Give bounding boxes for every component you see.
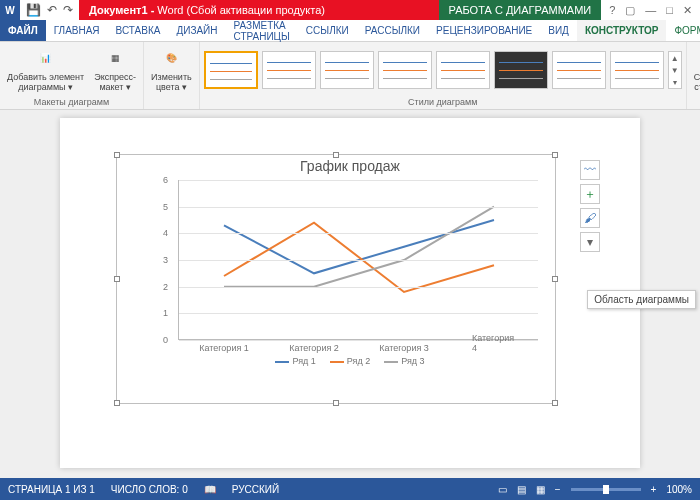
change-colors-button[interactable]: 🎨 Изменить цвета ▾ [148,45,195,95]
x-tick: Категория 1 [199,343,249,353]
chart-style-gallery: ▲▼▾ [204,44,682,96]
add-element-icon: 📊 [34,47,58,71]
y-tick: 4 [163,228,168,238]
ribbon-tabs: ФАЙЛ ГЛАВНАЯ ВСТАВКА ДИЗАЙН РАЗМЕТКА СТР… [0,20,700,42]
chart-filter-funnel-button[interactable]: ▾ [580,232,600,252]
tab-chart-format[interactable]: ФОРМАТ [666,20,700,41]
legend-item[interactable]: Ряд 3 [384,356,424,366]
doc-name: Документ1 - [89,4,154,16]
tab-design[interactable]: ДИЗАЙН [168,20,225,41]
chart-style-thumb[interactable] [320,51,374,89]
tooltip-chart-area: Область диаграммы [587,290,696,309]
group-data: ⇄ Строка столбе [687,42,700,109]
minimize-icon[interactable]: — [645,4,656,16]
chart-style-thumb[interactable] [262,51,316,89]
style-gallery-more[interactable]: ▲▼▾ [668,51,682,89]
tab-file[interactable]: ФАЙЛ [0,20,46,41]
undo-icon[interactable]: ↶ [47,3,57,17]
tab-view[interactable]: ВИД [540,20,577,41]
group-label-layouts: Макеты диаграмм [4,96,139,107]
close-icon[interactable]: ✕ [683,4,692,17]
chart-style-thumb[interactable] [378,51,432,89]
activation-warning: (Сбой активации продукта) [187,4,325,16]
chart-filters-button[interactable]: 🖌 [580,208,600,228]
palette-icon: 🎨 [159,47,183,71]
tab-references[interactable]: ССЫЛКИ [298,20,357,41]
document-page[interactable]: График продаж 0123456Категория 1Категори… [60,118,640,468]
zoom-level[interactable]: 100% [666,484,692,495]
switch-row-column-button[interactable]: ⇄ Строка столбе [691,45,700,95]
add-chart-element-button[interactable]: 📊 Добавить элемент диаграммы ▾ [4,45,87,95]
y-tick: 5 [163,202,168,212]
titlebar: W 💾 ↶ ↷ Документ1 - Word (Сбой активации… [0,0,700,20]
tab-review[interactable]: РЕЦЕНЗИРОВАНИЕ [428,20,540,41]
y-tick: 0 [163,335,168,345]
chart-style-thumb[interactable] [494,51,548,89]
group-chart-styles: ▲▼▾ Стили диаграмм [200,42,687,109]
maximize-icon[interactable]: □ [666,4,673,16]
status-word-count[interactable]: ЧИСЛО СЛОВ: 0 [111,484,188,495]
legend-item[interactable]: Ряд 2 [330,356,370,366]
series-line[interactable] [224,220,494,273]
status-proofing-icon[interactable]: 📖 [204,484,216,495]
quick-layout-icon: ▦ [103,47,127,71]
group-change-colors: 🎨 Изменить цвета ▾ [144,42,200,109]
chart-plot-area[interactable]: 0123456Категория 1Категория 2Категория 3… [178,180,538,340]
word-app-icon: W [0,0,20,20]
group-chart-layouts: 📊 Добавить элемент диаграммы ▾ ▦ Экспрес… [0,42,144,109]
zoom-in-icon[interactable]: + [651,484,657,495]
status-language[interactable]: РУССКИЙ [232,484,279,495]
chart-styles-button[interactable]: ＋ [580,184,600,204]
tab-home[interactable]: ГЛАВНАЯ [46,20,108,41]
tab-page-layout[interactable]: РАЗМЕТКА СТРАНИЦЫ [226,20,298,41]
x-tick: Категория 2 [289,343,339,353]
y-tick: 2 [163,282,168,292]
chart-style-thumb[interactable] [204,51,258,89]
tab-insert[interactable]: ВСТАВКА [108,20,169,41]
window-controls: ? ▢ — □ ✕ [601,4,700,17]
legend-item[interactable]: Ряд 1 [275,356,315,366]
tab-mailings[interactable]: РАССЫЛКИ [357,20,428,41]
redo-icon[interactable]: ↷ [63,3,73,17]
chart-side-buttons: 〰 ＋ 🖌 ▾ [580,160,600,252]
view-read-icon[interactable]: ▭ [498,484,507,495]
contextual-tab-title: РАБОТА С ДИАГРАММАМИ [439,0,602,20]
app-name: Word [157,4,183,16]
chart-style-thumb[interactable] [552,51,606,89]
chart-style-thumb[interactable] [610,51,664,89]
help-icon[interactable]: ? [609,4,615,16]
y-tick: 1 [163,308,168,318]
title-warning: Документ1 - Word (Сбой активации продукт… [79,0,335,20]
ribbon-options-icon[interactable]: ▢ [625,4,635,17]
switch-row-col-icon: ⇄ [697,47,700,71]
y-tick: 3 [163,255,168,265]
save-icon[interactable]: 💾 [26,3,41,17]
chart-style-thumb[interactable] [436,51,490,89]
statusbar: СТРАНИЦА 1 ИЗ 1 ЧИСЛО СЛОВ: 0 📖 РУССКИЙ … [0,478,700,500]
title-spacer [335,0,439,20]
zoom-slider[interactable] [571,488,641,491]
quick-access-toolbar: 💾 ↶ ↷ [20,3,79,17]
y-tick: 6 [163,175,168,185]
chart-object[interactable]: График продаж 0123456Категория 1Категори… [150,158,550,388]
status-page[interactable]: СТРАНИЦА 1 ИЗ 1 [8,484,95,495]
chart-title[interactable]: График продаж [150,158,550,174]
ribbon: 📊 Добавить элемент диаграммы ▾ ▦ Экспрес… [0,42,700,110]
view-print-icon[interactable]: ▤ [517,484,526,495]
chart-elements-button[interactable]: 〰 [580,160,600,180]
x-tick: Категория 3 [379,343,429,353]
zoom-out-icon[interactable]: − [555,484,561,495]
group-label-styles: Стили диаграмм [204,96,682,107]
workspace: График продаж 0123456Категория 1Категори… [0,110,700,478]
tab-chart-design[interactable]: КОНСТРУКТОР [577,20,667,41]
x-tick: Категория 4 [472,333,516,353]
chart-legend[interactable]: Ряд 1Ряд 2Ряд 3 [150,356,550,366]
quick-layout-button[interactable]: ▦ Экспресс- макет ▾ [91,45,139,95]
view-web-icon[interactable]: ▦ [536,484,545,495]
